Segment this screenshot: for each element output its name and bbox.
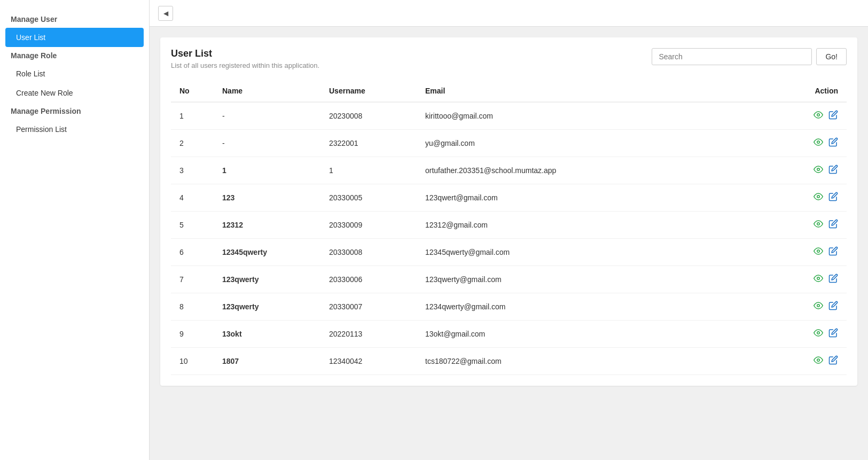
cell-no: 2 bbox=[171, 130, 214, 157]
sidebar-item-permission-list[interactable]: Permission List bbox=[0, 120, 149, 139]
cell-no: 8 bbox=[171, 293, 214, 321]
cell-name: 123qwerty bbox=[214, 293, 320, 321]
cell-email: tcs180722@gmail.com bbox=[417, 348, 783, 375]
table-row: 913okt2022011313okt@gmail.com bbox=[171, 321, 847, 348]
cell-name: 12345qwerty bbox=[214, 239, 320, 266]
cell-email: 12312@gmail.com bbox=[417, 212, 783, 239]
edit-icon[interactable] bbox=[828, 328, 838, 340]
edit-icon[interactable] bbox=[828, 165, 838, 176]
table-row: 2-2322001yu@gmail.com bbox=[171, 130, 847, 157]
go-button[interactable]: Go! bbox=[816, 48, 847, 65]
svg-point-8 bbox=[817, 332, 820, 334]
table-row: 311ortufather.203351@school.mumtaz.app bbox=[171, 157, 847, 184]
cell-name: 123 bbox=[214, 184, 320, 212]
cell-action bbox=[783, 102, 847, 130]
cell-no: 6 bbox=[171, 239, 214, 266]
col-header-no: No bbox=[171, 80, 214, 102]
view-icon[interactable] bbox=[814, 355, 823, 367]
cell-name: 1807 bbox=[214, 348, 320, 375]
svg-point-5 bbox=[817, 250, 820, 253]
table-body: 1-20230008kirittooo@gmail.com 2-2322001y… bbox=[171, 102, 847, 375]
table-row: 8123qwerty203300071234qwerty@gmail.com bbox=[171, 293, 847, 321]
cell-name: 12312 bbox=[214, 212, 320, 239]
svg-point-9 bbox=[817, 359, 820, 362]
view-icon[interactable] bbox=[814, 110, 823, 122]
view-icon[interactable] bbox=[814, 274, 823, 285]
user-list-card: User List List of all users registered w… bbox=[160, 37, 857, 386]
cell-no: 4 bbox=[171, 184, 214, 212]
cell-username: 12340042 bbox=[320, 348, 417, 375]
edit-icon[interactable] bbox=[828, 192, 838, 204]
edit-icon[interactable] bbox=[828, 301, 838, 313]
edit-icon[interactable] bbox=[828, 110, 838, 122]
svg-point-7 bbox=[817, 305, 820, 307]
svg-point-0 bbox=[817, 114, 820, 116]
cell-action bbox=[783, 293, 847, 321]
search-row: Go! bbox=[652, 48, 847, 65]
user-table: No Name Username Email Action 1-20230008… bbox=[171, 80, 847, 375]
card-header: User List List of all users registered w… bbox=[171, 48, 847, 69]
table-header-row: No Name Username Email Action bbox=[171, 80, 847, 102]
edit-icon[interactable] bbox=[828, 274, 838, 285]
cell-no: 1 bbox=[171, 102, 214, 130]
cell-no: 9 bbox=[171, 321, 214, 348]
cell-action bbox=[783, 348, 847, 375]
sidebar-section-manage-permission: Manage Permission bbox=[0, 103, 149, 120]
cell-name: 1 bbox=[214, 157, 320, 184]
cell-email: 1234qwerty@gmail.com bbox=[417, 293, 783, 321]
col-header-username: Username bbox=[320, 80, 417, 102]
view-icon[interactable] bbox=[814, 137, 823, 149]
sidebar-section-manage-role: Manage Role bbox=[0, 47, 149, 64]
sidebar-item-role-list[interactable]: Role List bbox=[0, 64, 149, 83]
cell-action bbox=[783, 212, 847, 239]
edit-icon[interactable] bbox=[828, 137, 838, 149]
cell-username: 20330005 bbox=[320, 184, 417, 212]
sidebar-item-user-list[interactable]: User List bbox=[5, 28, 144, 47]
cell-no: 10 bbox=[171, 348, 214, 375]
table-head: No Name Username Email Action bbox=[171, 80, 847, 102]
cell-username: 20230008 bbox=[320, 102, 417, 130]
cell-email: kirittooo@gmail.com bbox=[417, 102, 783, 130]
table-row: 612345qwerty2033000812345qwerty@gmail.co… bbox=[171, 239, 847, 266]
main-content: ◀ User List List of all users registered… bbox=[150, 0, 868, 460]
cell-no: 7 bbox=[171, 266, 214, 293]
table-row: 412320330005123qwert@gmail.com bbox=[171, 184, 847, 212]
sidebar: Manage User User List Manage Role Role L… bbox=[0, 0, 150, 460]
cell-action bbox=[783, 321, 847, 348]
svg-point-3 bbox=[817, 196, 820, 198]
edit-icon[interactable] bbox=[828, 246, 838, 258]
sidebar-item-create-new-role[interactable]: Create New Role bbox=[0, 83, 149, 103]
cell-email: 123qwerty@gmail.com bbox=[417, 266, 783, 293]
cell-name: 13okt bbox=[214, 321, 320, 348]
cell-action bbox=[783, 157, 847, 184]
edit-icon[interactable] bbox=[828, 355, 838, 367]
view-icon[interactable] bbox=[814, 165, 823, 176]
svg-point-2 bbox=[817, 168, 820, 171]
cell-no: 3 bbox=[171, 157, 214, 184]
cell-name: - bbox=[214, 102, 320, 130]
cell-name: - bbox=[214, 130, 320, 157]
cell-username: 20330008 bbox=[320, 239, 417, 266]
cell-action bbox=[783, 130, 847, 157]
table-row: 10180712340042tcs180722@gmail.com bbox=[171, 348, 847, 375]
cell-username: 20220113 bbox=[320, 321, 417, 348]
sidebar-section-manage-user: Manage User bbox=[0, 11, 149, 28]
cell-email: ortufather.203351@school.mumtaz.app bbox=[417, 157, 783, 184]
cell-action bbox=[783, 266, 847, 293]
view-icon[interactable] bbox=[814, 219, 823, 231]
page-title: User List bbox=[171, 48, 319, 59]
edit-icon[interactable] bbox=[828, 219, 838, 231]
search-input[interactable] bbox=[652, 48, 812, 65]
sidebar-toggle-button[interactable]: ◀ bbox=[158, 6, 173, 21]
view-icon[interactable] bbox=[814, 301, 823, 313]
svg-point-6 bbox=[817, 277, 820, 280]
cell-no: 5 bbox=[171, 212, 214, 239]
cell-username: 20330007 bbox=[320, 293, 417, 321]
view-icon[interactable] bbox=[814, 328, 823, 340]
cell-email: yu@gmail.com bbox=[417, 130, 783, 157]
view-icon[interactable] bbox=[814, 246, 823, 258]
cell-username: 20330006 bbox=[320, 266, 417, 293]
cell-name: 123qwerty bbox=[214, 266, 320, 293]
col-header-name: Name bbox=[214, 80, 320, 102]
view-icon[interactable] bbox=[814, 192, 823, 204]
